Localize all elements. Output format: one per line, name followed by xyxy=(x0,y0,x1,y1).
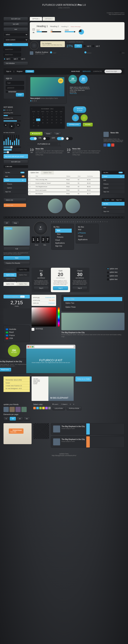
hue-slider[interactable] xyxy=(58,307,60,326)
login-input[interactable] xyxy=(6,81,24,85)
buy-2[interactable]: buy it xyxy=(53,286,68,290)
pct-btn[interactable]: 27% xyxy=(74,44,82,48)
sale-badge: 30% xyxy=(58,78,63,84)
buy-1[interactable]: buy it xyxy=(34,286,49,290)
select-1[interactable]: select xyxy=(4,33,28,36)
enter-btn[interactable]: enter xyxy=(16,93,24,97)
browser-window: FUTURICO UI KITKnown locally as 'SoHo', … xyxy=(26,345,75,373)
full-btn[interactable]: Full xyxy=(4,247,30,251)
alpha-nav[interactable]: A B C D E F G H I J K L M N O P Q R S T … xyxy=(51,221,124,222)
tw-icon[interactable] xyxy=(107,144,110,146)
c-opt2[interactable] xyxy=(107,278,109,280)
price-tag: 1 250 USD xyxy=(4,43,28,46)
max-dot[interactable] xyxy=(32,346,33,348)
tweet-btn[interactable]: Tweet xyxy=(44,132,52,136)
nav-map[interactable]: Map xyxy=(12,221,19,225)
btn-text-icon[interactable]: text with icon xyxy=(4,17,28,21)
btn-text[interactable]: text xyxy=(4,28,28,31)
color-swatch[interactable] xyxy=(33,407,36,409)
gp-icon[interactable] xyxy=(111,144,114,146)
like-btn[interactable]: Like xyxy=(53,132,61,136)
friend-avatar[interactable] xyxy=(4,407,9,412)
search-1[interactable] xyxy=(4,48,21,51)
pro-results[interactable]: Futurico Pro Results xyxy=(4,261,30,265)
signin-big-btn[interactable]: SIGN INit's simple xyxy=(73,106,86,113)
friend-avatar[interactable] xyxy=(15,407,21,412)
slider-wd[interactable] xyxy=(4,146,21,148)
read-more[interactable]: Read more xyxy=(70,93,77,94)
friend-avatar[interactable] xyxy=(10,407,15,412)
credit-url: http://creativemarket.com xyxy=(109,14,124,15)
toggle-off2[interactable] xyxy=(66,137,73,140)
notepad[interactable]: Remember about white horse! Create new F… xyxy=(4,376,30,392)
color-picker[interactable] xyxy=(32,307,56,326)
nav-register[interactable]: Register xyxy=(17,70,23,72)
url-bar[interactable] xyxy=(34,346,74,348)
play-btn[interactable]: ▶ xyxy=(9,123,15,129)
nav-all[interactable]: All xyxy=(4,221,10,225)
nav-signin[interactable]: Sign In xyxy=(6,70,11,72)
chk-opt2[interactable] xyxy=(92,45,94,47)
donate-btn[interactable]: ❤ DONATE xyxy=(30,132,43,136)
badge-pages: 25PAGES xyxy=(79,75,88,84)
radio-opt2[interactable] xyxy=(11,58,13,60)
nav-main[interactable]: MAIN PAGE xyxy=(71,70,80,72)
book-page: The Herr First Project White horse 3rd g… xyxy=(32,376,74,401)
color-swatch[interactable] xyxy=(42,407,45,409)
badge-discount: 25DISCOUNT xyxy=(68,75,77,84)
h1: Heading 1 xyxy=(37,25,48,28)
follow-badge[interactable]: Follow me on Twitter xyxy=(75,376,92,382)
r-opt2[interactable] xyxy=(107,272,109,274)
chk-opt1[interactable] xyxy=(84,45,86,47)
color-swatch[interactable] xyxy=(39,407,42,409)
c-opt1[interactable] xyxy=(107,275,109,277)
color-swatch[interactable] xyxy=(36,407,39,409)
dpad[interactable] xyxy=(30,41,39,50)
remember-chk[interactable] xyxy=(6,91,8,93)
slider-dev[interactable] xyxy=(4,152,21,153)
like-knob[interactable]: ❤like it xyxy=(33,221,47,235)
toggle-off[interactable] xyxy=(43,137,50,140)
select-2[interactable]: some content xyxy=(4,38,28,42)
appreciate-btn[interactable]: APPRECIATE xyxy=(67,123,81,126)
buy-3[interactable]: buy it xyxy=(72,286,87,290)
map-widget[interactable]: 📍 PEDESTRIANfrom lefts xyxy=(4,423,32,444)
radio-opt3[interactable] xyxy=(18,58,21,60)
nav-search[interactable] xyxy=(104,70,122,73)
prev-btn[interactable]: ◄ xyxy=(4,123,8,127)
password-input[interactable] xyxy=(6,86,24,90)
fb-icon[interactable] xyxy=(103,144,107,146)
thumb-green[interactable]: 👍 xyxy=(81,114,88,121)
calendar[interactable]: ‹NOVEMBER · 2011› MONTUEWEDTHUFRISATSUN … xyxy=(30,106,65,129)
hint-window[interactable]: Hint Window xyxy=(4,62,28,65)
btn-text-with[interactable]: text with xyxy=(4,22,28,26)
min-dot[interactable] xyxy=(30,346,31,348)
equalizer[interactable] xyxy=(4,135,28,145)
r-opt1[interactable] xyxy=(107,268,109,270)
footer-url[interactable]: http://designmodo.com/futuricoPro/ xyxy=(4,455,124,456)
search-2[interactable] xyxy=(4,53,21,56)
toggle-on2[interactable] xyxy=(57,137,64,140)
share-btn[interactable]: SHARE xyxy=(83,123,93,126)
nav-contacts[interactable]: CONTACTS xyxy=(93,70,102,72)
balloon-btn[interactable]: text with icon xyxy=(4,160,28,164)
connect-btn[interactable]: Connect xyxy=(25,70,34,73)
nav-services[interactable]: SERVICES xyxy=(83,70,90,72)
version: 1.0 xyxy=(82,4,86,6)
friend-avatar[interactable] xyxy=(21,407,27,412)
popup-read[interactable]: Read more xyxy=(0,368,11,372)
tab-opt1[interactable]: OPTION 1 xyxy=(30,17,42,21)
close-dot[interactable] xyxy=(28,346,29,348)
thumb-blue[interactable]: 👍 xyxy=(72,114,79,121)
color-swatch[interactable] xyxy=(48,407,51,409)
radio-opt1[interactable] xyxy=(4,58,6,60)
color-swatch[interactable] xyxy=(45,407,48,409)
footer-updates: updates here: xyxy=(4,453,124,455)
tab-opt2[interactable]: OPTION 2 xyxy=(43,17,55,21)
next-btn[interactable]: Next xyxy=(4,256,30,260)
oh-badge: OHMY GOD! xyxy=(8,345,20,357)
toggle-on[interactable] xyxy=(30,137,37,140)
next-btn[interactable]: ► xyxy=(16,123,20,127)
file-list: picture.jpgDownload 20% screen.pngRed 80… xyxy=(32,295,56,306)
price-one: One 5 save $50/year Known locally as "So… xyxy=(32,268,51,292)
